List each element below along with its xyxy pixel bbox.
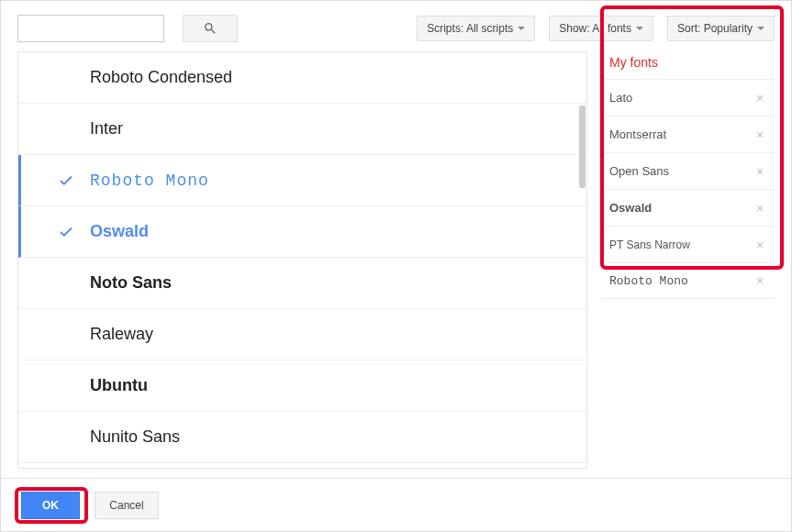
my-fonts-sidebar: My fonts Lato×Montserrat×Open Sans×Oswal… bbox=[600, 51, 775, 469]
my-font-row[interactable]: Roboto Mono× bbox=[600, 262, 775, 299]
my-font-name: Montserrat bbox=[609, 127, 666, 141]
scrollbar-thumb[interactable] bbox=[579, 105, 586, 188]
my-font-row[interactable]: Oswald× bbox=[600, 189, 775, 226]
my-font-name: Lato bbox=[609, 91, 632, 105]
remove-icon[interactable]: × bbox=[753, 238, 767, 252]
scripts-filter-label: Scripts: All scripts bbox=[427, 22, 513, 35]
show-filter-label: Show: All fonts bbox=[559, 22, 631, 35]
remove-icon[interactable]: × bbox=[753, 201, 767, 216]
my-font-row[interactable]: Open Sans× bbox=[600, 152, 775, 189]
check-icon bbox=[58, 172, 74, 189]
my-font-row[interactable]: Montserrat× bbox=[600, 116, 775, 152]
search-icon bbox=[203, 21, 218, 36]
sort-filter[interactable]: Sort: Popularity bbox=[667, 16, 775, 41]
ok-button[interactable]: OK bbox=[21, 492, 80, 519]
font-row[interactable]: Roboto Condensed bbox=[18, 52, 586, 104]
my-font-row[interactable]: Lato× bbox=[600, 79, 775, 116]
font-row[interactable]: Inter bbox=[18, 104, 586, 155]
font-name: Oswald bbox=[90, 222, 149, 241]
cancel-button[interactable]: Cancel bbox=[95, 492, 159, 519]
search-input[interactable] bbox=[17, 15, 164, 42]
check-icon bbox=[58, 224, 74, 240]
my-font-name: Oswald bbox=[609, 201, 652, 215]
my-fonts-title: My fonts bbox=[600, 51, 775, 79]
font-row[interactable]: Roboto Mono bbox=[18, 155, 586, 206]
font-list-panel: Roboto CondensedInterRoboto MonoOswaldNo… bbox=[17, 51, 587, 469]
remove-icon[interactable]: × bbox=[753, 127, 767, 142]
font-name: Roboto Condensed bbox=[90, 68, 232, 87]
remove-icon[interactable]: × bbox=[753, 91, 767, 105]
my-font-name: PT Sans Narrow bbox=[609, 238, 690, 251]
font-row[interactable]: Oswald bbox=[18, 206, 586, 258]
caret-down-icon bbox=[757, 27, 764, 30]
font-row[interactable]: Noto Sans bbox=[18, 258, 586, 309]
font-name: Roboto Mono bbox=[90, 172, 209, 190]
font-row[interactable]: Nunito Sans bbox=[18, 412, 586, 463]
sort-filter-label: Sort: Popularity bbox=[677, 22, 753, 35]
caret-down-icon bbox=[636, 27, 643, 30]
my-font-name: Open Sans bbox=[609, 164, 669, 178]
remove-icon[interactable]: × bbox=[753, 164, 767, 179]
my-font-name: Roboto Mono bbox=[609, 274, 688, 288]
search-button[interactable] bbox=[183, 15, 238, 42]
caret-down-icon bbox=[518, 27, 525, 30]
font-row[interactable]: Raleway bbox=[18, 309, 586, 360]
font-name: Nunito Sans bbox=[90, 427, 180, 447]
font-list[interactable]: Roboto CondensedInterRoboto MonoOswaldNo… bbox=[18, 52, 586, 468]
bottom-bar: OK Cancel bbox=[1, 478, 791, 531]
font-name: Ubuntu bbox=[90, 376, 148, 395]
my-font-row[interactable]: PT Sans Narrow× bbox=[600, 226, 775, 262]
font-row[interactable]: Ubuntu bbox=[18, 360, 586, 412]
font-name: Noto Sans bbox=[90, 273, 172, 293]
top-toolbar: Scripts: All scripts Show: All fonts Sor… bbox=[1, 1, 791, 51]
scripts-filter[interactable]: Scripts: All scripts bbox=[417, 16, 535, 41]
font-name: Inter bbox=[90, 119, 123, 139]
remove-icon[interactable]: × bbox=[753, 273, 767, 288]
show-filter[interactable]: Show: All fonts bbox=[549, 16, 653, 41]
font-name: Raleway bbox=[90, 325, 153, 344]
